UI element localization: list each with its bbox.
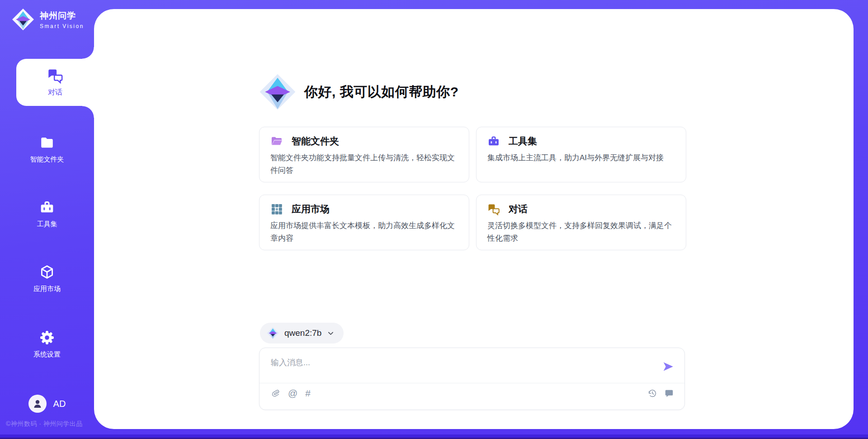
bottom-edge — [0, 434, 868, 438]
card-description: 灵活切换多模型文件，支持多样回复效果调试，满足个性化需求 — [487, 220, 675, 245]
model-selector[interactable]: qwen2:7b — [260, 323, 344, 344]
card-description: 集成市场上主流工具，助力AI与外界无缝扩展与对接 — [487, 152, 675, 164]
card-toolbox[interactable]: 工具集 集成市场上主流工具，助力AI与外界无缝扩展与对接 — [476, 127, 686, 182]
folder-open-icon — [270, 135, 283, 148]
avatar — [28, 395, 47, 413]
composer: @ # — [259, 348, 685, 410]
brand-name: 神州问学 — [40, 10, 84, 22]
sidebar-item-label: 工具集 — [37, 220, 57, 229]
assistant-logo-icon — [259, 72, 296, 111]
chat-icon — [47, 67, 63, 84]
sidebar-item-label: 应用市场 — [33, 285, 61, 293]
brand-subtitle: Smart Vision — [40, 23, 84, 29]
grid-icon — [270, 203, 283, 215]
sidebar-item-settings[interactable]: 系统设置 — [0, 330, 94, 359]
sidebar-item-toolbox[interactable]: 工具集 — [0, 200, 94, 229]
user-name: AD — [53, 399, 66, 409]
chat-icon — [487, 203, 500, 215]
greeting: 你好, 我可以如何帮助你? — [259, 72, 459, 111]
card-description: 应用市场提供丰富长文本模板，助力高效生成多样化文章内容 — [270, 220, 458, 245]
user-menu[interactable]: AD — [0, 395, 94, 413]
card-title: 智能文件夹 — [292, 135, 339, 148]
feature-cards: 智能文件夹 智能文件夹功能支持批量文件上传与清洗，轻松实现文件问答 工具集 集成… — [259, 127, 686, 250]
cube-icon — [39, 264, 55, 280]
card-app-market[interactable]: 应用市场 应用市场提供丰富长文本模板，助力高效生成多样化文章内容 — [259, 195, 469, 250]
card-title: 工具集 — [509, 135, 537, 148]
card-smart-folder[interactable]: 智能文件夹 智能文件夹功能支持批量文件上传与清洗，轻松实现文件问答 — [259, 127, 469, 182]
brand: 神州问学 Smart Vision — [12, 8, 84, 31]
sidebar-item-label: 系统设置 — [33, 350, 61, 359]
user-icon — [32, 398, 43, 409]
toolbox-icon — [39, 200, 55, 215]
send-icon[interactable] — [662, 361, 674, 372]
card-chat[interactable]: 对话 灵活切换多模型文件，支持多样回复效果调试，满足个性化需求 — [476, 195, 686, 250]
message-input[interactable] — [271, 355, 642, 370]
message-icon[interactable] — [664, 388, 674, 398]
attachment-icon[interactable] — [270, 388, 280, 398]
gear-icon — [39, 330, 55, 345]
card-description: 智能文件夹功能支持批量文件上传与清洗，轻松实现文件问答 — [270, 152, 458, 177]
model-logo-icon — [267, 327, 279, 339]
sidebar-item-chat[interactable]: 对话 — [16, 59, 94, 106]
mention-icon[interactable]: @ — [288, 388, 297, 398]
card-title: 应用市场 — [292, 203, 330, 215]
sidebar-item-label: 对话 — [48, 88, 62, 97]
toolbox-icon — [487, 135, 500, 148]
brand-logo-icon — [12, 8, 34, 31]
model-name: qwen2:7b — [284, 328, 321, 338]
greeting-title: 你好, 我可以如何帮助你? — [304, 83, 459, 101]
sidebar-item-smart-folder[interactable]: 智能文件夹 — [0, 135, 94, 164]
chevron-down-icon — [327, 329, 335, 337]
history-icon[interactable] — [647, 388, 657, 398]
card-title: 对话 — [509, 203, 528, 215]
folder-icon — [39, 135, 55, 150]
sidebar-item-label: 智能文件夹 — [30, 155, 64, 164]
copyright: ©神州数码 · 神州问学出品 — [6, 420, 83, 428]
hashtag-icon[interactable]: # — [305, 388, 311, 398]
sidebar-item-app-market[interactable]: 应用市场 — [0, 264, 94, 293]
composer-divider — [259, 383, 684, 383]
